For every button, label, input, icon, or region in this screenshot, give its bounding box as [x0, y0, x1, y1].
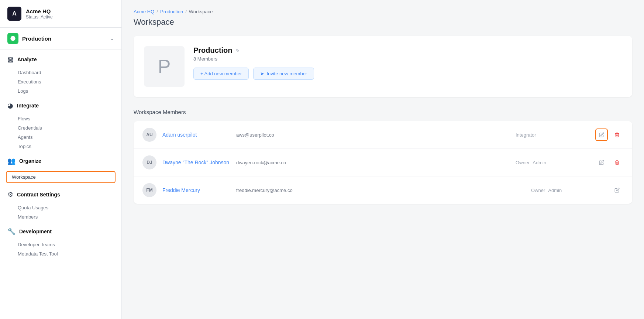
workspace-icon	[7, 33, 18, 44]
role-badge: Admin	[533, 160, 546, 165]
analyze-header: ▩ Analyze	[7, 55, 114, 64]
organize-title: Organize	[19, 158, 41, 164]
sidebar-item-metadata-test-tool[interactable]: Metadata Test Tool	[0, 249, 121, 258]
sidebar-item-members[interactable]: Members	[0, 212, 121, 222]
member-actions	[595, 156, 623, 169]
integrate-title: Integrate	[17, 103, 39, 109]
contract-title: Contract Settings	[17, 192, 60, 198]
integrate-icon: ◕	[7, 102, 13, 110]
member-actions	[611, 184, 623, 196]
breadcrumb-workspace: Workspace	[189, 9, 213, 14]
organize-icon: 👥	[7, 157, 16, 165]
analyze-title: Analyze	[17, 56, 37, 62]
role-badge: Integrator	[516, 132, 536, 138]
avatar: DJ	[142, 155, 156, 169]
invite-new-member-button[interactable]: ➤ Invite new member	[253, 68, 314, 80]
workspace-logo: P	[144, 46, 185, 87]
table-row: AUAdam userpilotaws@userpilot.coIntegrat…	[134, 121, 632, 149]
sidebar-item-dashboard[interactable]: Dashboard	[0, 68, 121, 77]
development-section: 🔧 Development	[0, 222, 121, 240]
development-icon: 🔧	[7, 227, 16, 236]
role-badge: Admin	[548, 188, 562, 193]
analyze-section: ▩ Analyze	[0, 49, 121, 68]
contract-icon: ⚙	[7, 191, 13, 199]
invite-label: Invite new member	[266, 71, 307, 76]
avatar: FM	[142, 183, 156, 197]
sidebar-item-logs[interactable]: Logs	[0, 86, 121, 96]
main-content: Acme HQ / Production / Workspace Workspa…	[122, 0, 644, 319]
member-roles: OwnerAdmin	[516, 160, 589, 165]
breadcrumb-sep-1: /	[156, 9, 158, 14]
workspace-card: P Production ✎ 8 Members + Add new membe…	[134, 36, 632, 97]
org-status: Status: Active	[26, 14, 53, 20]
member-name[interactable]: Adam userpilot	[162, 132, 236, 138]
table-row: DJDwayne "The Rock" Johnsondwayen.rock@a…	[134, 149, 632, 176]
sidebar: A Acme HQ Status: Active Production ⌄ ▩ …	[0, 0, 122, 319]
breadcrumb: Acme HQ / Production / Workspace	[134, 9, 632, 14]
development-title: Development	[19, 229, 52, 234]
member-name[interactable]: Freddie Mercury	[162, 187, 236, 193]
member-roles: OwnerAdmin	[531, 188, 605, 193]
workspace-selector-label: Production	[22, 35, 106, 42]
breadcrumb-acme-hq[interactable]: Acme HQ	[134, 9, 154, 14]
avatar: AU	[142, 128, 156, 142]
member-email: freddie.mercury@acme.co	[236, 188, 531, 193]
svg-point-0	[10, 36, 15, 41]
integrate-section: ◕ Integrate	[0, 96, 121, 114]
members-list: AUAdam userpilotaws@userpilot.coIntegrat…	[134, 121, 632, 204]
sidebar-item-developer-teams[interactable]: Developer Teams	[0, 240, 121, 249]
member-roles: Integrator	[516, 132, 589, 138]
workspace-members-count: 8 Members	[193, 56, 622, 62]
sidebar-item-executions[interactable]: Executions	[0, 77, 121, 86]
organize-header: 👥 Organize	[7, 157, 114, 165]
add-new-member-button[interactable]: + Add new member	[193, 68, 249, 80]
edit-member-button[interactable]	[595, 156, 608, 169]
org-avatar: A	[7, 7, 21, 21]
invite-icon: ➤	[260, 71, 264, 76]
sidebar-item-flows[interactable]: Flows	[0, 114, 121, 123]
role-badge: Owner	[531, 188, 545, 193]
integrate-header: ◕ Integrate	[7, 102, 114, 110]
edit-member-button[interactable]	[611, 184, 623, 196]
workspace-selector[interactable]: Production ⌄	[0, 28, 121, 49]
workspace-actions: + Add new member ➤ Invite new member	[193, 68, 622, 80]
member-email: aws@userpilot.co	[236, 132, 516, 138]
role-badge: Owner	[516, 160, 530, 165]
development-header: 🔧 Development	[7, 227, 114, 236]
breadcrumb-sep-2: /	[185, 9, 187, 14]
workspace-info: Production ✎ 8 Members + Add new member …	[193, 46, 622, 80]
org-info: Acme HQ Status: Active	[26, 8, 53, 20]
sidebar-item-credentials[interactable]: Credentials	[0, 123, 121, 133]
edit-member-button[interactable]	[595, 128, 608, 141]
contract-header: ⚙ Contract Settings	[7, 191, 114, 199]
workspace-name: Production	[193, 46, 233, 55]
org-name: Acme HQ	[26, 8, 53, 14]
contract-section: ⚙ Contract Settings	[0, 185, 121, 203]
org-header: A Acme HQ Status: Active	[0, 0, 121, 28]
breadcrumb-production[interactable]: Production	[160, 9, 183, 14]
sidebar-item-workspace[interactable]: Workspace	[6, 171, 116, 183]
delete-member-button[interactable]	[611, 156, 623, 169]
sidebar-item-quota-usages[interactable]: Quota Usages	[0, 203, 121, 212]
page-title: Workspace	[134, 17, 632, 27]
table-row: FMFreddie Mercuryfreddie.mercury@acme.co…	[134, 176, 632, 204]
member-email: dwayen.rock@acme.co	[236, 160, 516, 165]
organize-section: 👥 Organize	[0, 151, 121, 169]
sidebar-item-agents[interactable]: Agents	[0, 133, 121, 142]
member-actions	[595, 128, 623, 141]
member-name[interactable]: Dwayne "The Rock" Johnson	[162, 160, 236, 165]
sidebar-item-topics[interactable]: Topics	[0, 142, 121, 151]
edit-workspace-name-icon[interactable]: ✎	[235, 48, 240, 54]
delete-member-button[interactable]	[611, 128, 623, 141]
workspace-name-row: Production ✎	[193, 46, 622, 55]
chevron-down-icon: ⌄	[110, 35, 114, 41]
members-section-heading: Workspace Members	[134, 109, 632, 115]
analyze-icon: ▩	[7, 55, 14, 64]
